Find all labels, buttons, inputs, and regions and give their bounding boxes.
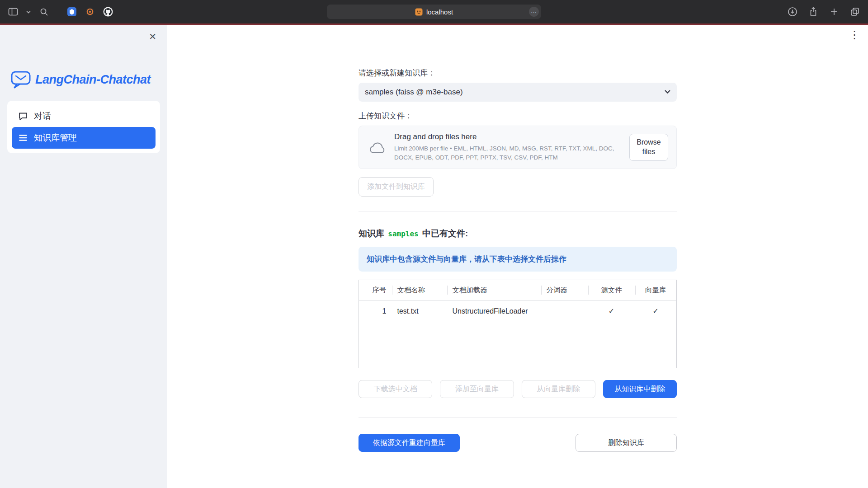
dropzone-limit: Limit 200MB per file • EML, HTML, JSON, …	[394, 144, 621, 162]
chat-logo-icon	[11, 70, 31, 89]
add-to-vector-button[interactable]: 添加至向量库	[440, 380, 514, 398]
address-more-icon[interactable]: ⋯	[529, 7, 539, 17]
browser-toolbar: localhost ⋯	[0, 0, 868, 23]
page-decoration-bar	[0, 23, 868, 25]
rebuild-vector-store-button[interactable]: 依据源文件重建向量库	[359, 434, 460, 452]
cell-splitter	[541, 300, 588, 322]
select-chevron-icon	[665, 90, 670, 94]
table-header-row: 序号 文档名称 文档加载器 分词器 源文件 向量库	[359, 280, 677, 300]
browse-files-button[interactable]: Browse files	[629, 134, 668, 161]
knowledge-base-icon	[18, 133, 28, 143]
sidebar-item-label: 对话	[34, 110, 51, 122]
files-table: 序号 文档名称 文档加载器 分词器 源文件 向量库 1 test.txt Uns…	[359, 280, 677, 368]
cell-loader: UnstructuredFileLoader	[447, 300, 541, 322]
app-menu-icon[interactable]: ⋮	[849, 29, 860, 40]
table-empty-area	[359, 322, 677, 368]
sidebar-toggle-icon[interactable]	[7, 6, 19, 18]
col-header-index: 序号	[359, 280, 392, 300]
delete-kb-button[interactable]: 删除知识库	[576, 434, 677, 452]
divider	[359, 417, 677, 418]
upload-label: 上传知识文件：	[359, 111, 677, 121]
col-header-splitter: 分词器	[541, 280, 588, 300]
upload-cloud-icon	[369, 141, 386, 154]
kb-select[interactable]: samples (faiss @ m3e-base)	[359, 83, 677, 102]
kb-select-label: 请选择或新建知识库：	[359, 68, 677, 78]
cell-vector-check: ✓	[635, 300, 677, 322]
extension-orange-icon[interactable]	[84, 6, 96, 18]
share-icon[interactable]	[807, 6, 819, 18]
sidebar-item-kb-management[interactable]: 知识库管理	[12, 127, 156, 149]
kb-select-value: samples (faiss @ m3e-base)	[365, 88, 463, 97]
sidebar-item-label: 知识库管理	[34, 132, 77, 144]
divider	[359, 211, 677, 211]
dropzone-title: Drag and drop files here	[394, 132, 621, 141]
main-content: ⋮ 请选择或新建知识库： samples (faiss @ m3e-base) …	[167, 25, 868, 488]
col-header-filename: 文档名称	[392, 280, 447, 300]
address-bar[interactable]: localhost ⋯	[327, 5, 541, 19]
dialogue-icon	[18, 111, 28, 121]
table-row[interactable]: 1 test.txt UnstructuredFileLoader ✓ ✓	[359, 300, 677, 322]
app-logo-text: LangChain-Chatchat	[35, 73, 151, 87]
tabs-overview-icon[interactable]	[849, 6, 861, 18]
col-header-loader: 文档加载器	[447, 280, 541, 300]
files-heading: 知识库 samples 中已有文件:	[359, 228, 677, 239]
remove-from-vector-button[interactable]: 从向量库删除	[522, 380, 595, 398]
files-heading-prefix: 知识库	[359, 229, 384, 238]
chevron-down-icon[interactable]	[25, 6, 32, 18]
sidebar-menu: 对话 知识库管理	[7, 101, 160, 153]
file-dropzone[interactable]: Drag and drop files here Limit 200MB per…	[359, 126, 677, 169]
add-files-button[interactable]: 添加文件到知识库	[359, 177, 434, 197]
files-heading-kb-name: samples	[387, 230, 420, 238]
cell-index: 1	[359, 300, 392, 322]
col-header-source: 源文件	[588, 280, 635, 300]
search-icon[interactable]	[38, 6, 50, 18]
new-tab-icon[interactable]	[828, 6, 840, 18]
sidebar: ✕ LangChain-Chatchat 对话 知识库管理	[0, 25, 167, 488]
github-icon[interactable]	[102, 6, 114, 18]
files-heading-suffix: 中已有文件:	[422, 229, 468, 238]
app-logo: LangChain-Chatchat	[11, 70, 167, 89]
delete-from-kb-button[interactable]: 从知识库中删除	[603, 380, 677, 398]
downloads-icon[interactable]	[787, 6, 798, 18]
sidebar-close-icon[interactable]: ✕	[149, 31, 156, 42]
kb-footer-actions: 依据源文件重建向量库 删除知识库	[359, 434, 677, 452]
extension-blue-icon[interactable]	[66, 6, 78, 18]
site-favicon	[415, 8, 423, 16]
address-url: localhost	[426, 8, 453, 16]
cell-filename: test.txt	[392, 300, 447, 322]
download-selected-button[interactable]: 下载选中文档	[359, 380, 432, 398]
cell-source-check: ✓	[588, 300, 635, 322]
file-actions: 下载选中文档 添加至向量库 从向量库删除 从知识库中删除	[359, 380, 677, 398]
col-header-vector: 向量库	[635, 280, 677, 300]
info-banner: 知识库中包含源文件与向量库，请从下表中选择文件后操作	[359, 247, 677, 272]
sidebar-item-dialogue[interactable]: 对话	[12, 105, 156, 127]
